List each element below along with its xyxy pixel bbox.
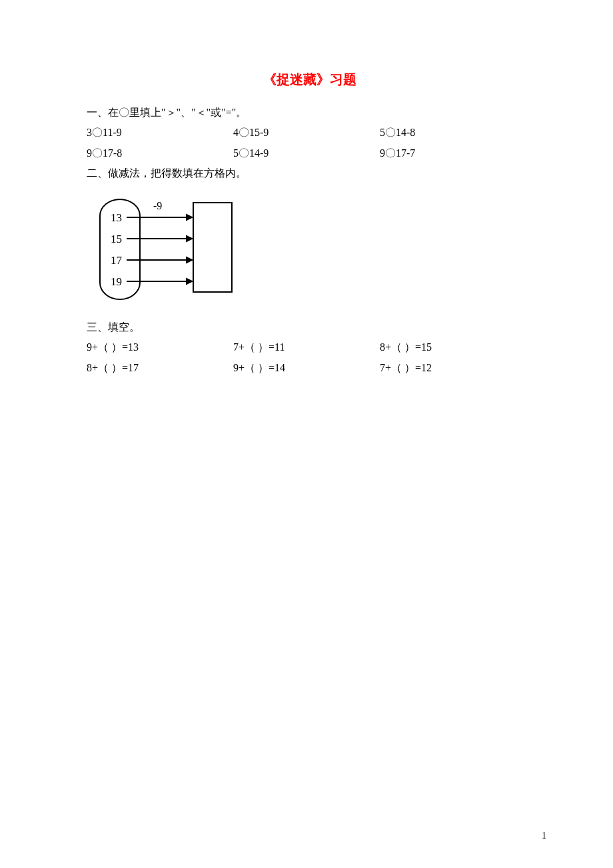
s1-row-1: 3〇11-9 4〇15-9 5〇14-8: [87, 123, 533, 143]
s3-r1-c1: 9+（ ）=13: [87, 337, 233, 357]
section-2-heading: 二、做减法，把得数填在方格内。: [87, 163, 533, 183]
s3-r2-c1: 8+（ ）=17: [87, 358, 233, 378]
page-title: 《捉迷藏》习题: [87, 67, 533, 92]
svg-marker-1: [187, 215, 192, 220]
capsule-num-1: 13: [111, 211, 122, 224]
s1-r1-c1: 3〇11-9: [87, 123, 233, 143]
s3-r2-c3: 7+（ ）=12: [380, 358, 526, 378]
svg-marker-5: [187, 257, 192, 263]
arrows-group: [127, 215, 192, 284]
answer-box: [193, 203, 232, 292]
section-3-heading: 三、填空。: [87, 317, 533, 337]
s3-row-2: 8+（ ）=17 9+（ ）=14 7+（ ）=12: [87, 358, 533, 378]
svg-marker-7: [187, 279, 192, 284]
section-1-heading: 一、在〇里填上"＞"、"＜"或"="。: [87, 103, 533, 123]
s3-row-1: 9+（ ）=13 7+（ ）=11 8+（ ）=15: [87, 337, 533, 357]
page-number: 1: [542, 831, 546, 841]
s3-r1-c2: 7+（ ）=11: [233, 337, 380, 357]
s1-r2-c1: 9〇17-8: [87, 143, 233, 163]
s1-r2-c3: 9〇17-7: [380, 143, 526, 163]
s1-r1-c2: 4〇15-9: [233, 123, 380, 143]
capsule-num-4: 19: [111, 275, 122, 288]
s1-r2-c2: 5〇14-9: [233, 143, 380, 163]
operation-label: -9: [153, 200, 162, 211]
s3-r2-c2: 9+（ ）=14: [233, 358, 380, 378]
capsule-num-2: 15: [111, 233, 122, 245]
svg-marker-3: [187, 236, 192, 241]
subtraction-diagram: 13 15 17 19 -9: [87, 189, 533, 309]
worksheet-page: 《捉迷藏》习题 一、在〇里填上"＞"、"＜"或"="。 3〇11-9 4〇15-…: [0, 0, 613, 378]
diagram-svg: 13 15 17 19 -9: [87, 189, 247, 303]
s3-r1-c3: 8+（ ）=15: [380, 337, 526, 357]
s1-row-2: 9〇17-8 5〇14-9 9〇17-7: [87, 143, 533, 163]
s1-r1-c3: 5〇14-8: [380, 123, 526, 143]
capsule-num-3: 17: [111, 254, 123, 267]
